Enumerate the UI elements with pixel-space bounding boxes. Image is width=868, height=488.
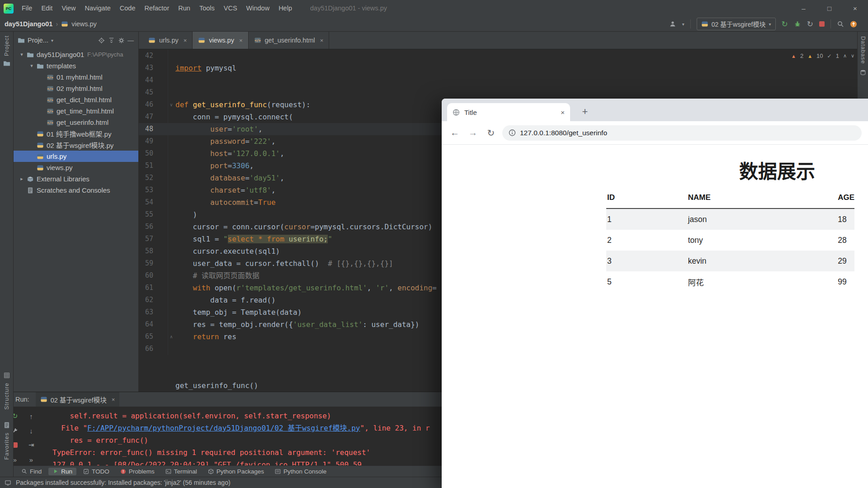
tree-item-02-wsgiref-py[interactable]: 02 基于wsgiref模块.py [13, 139, 138, 151]
tool-window-switcher-icon[interactable] [4, 479, 11, 486]
editor-tab-get-userinfo-html[interactable]: </>get_userinfo.html× [249, 32, 330, 49]
browser-tab[interactable]: Title × [447, 103, 570, 121]
menu-navigate[interactable]: Navigate [80, 5, 115, 12]
chevron-down-icon: ▾ [769, 22, 771, 27]
project-strip-label: Project [4, 35, 10, 56]
close-tab-icon[interactable]: × [320, 37, 324, 44]
tree-item-views-py[interactable]: views.py [13, 162, 138, 173]
menu-edit[interactable]: Edit [37, 5, 57, 12]
tool-button-python-console[interactable]: Python Console [271, 468, 330, 475]
tree-item-02-myhtml-html[interactable]: </>02 myhtml.html [13, 83, 138, 94]
more-actions-icon[interactable]: » [26, 455, 36, 464]
editor-tab-bar: urls.py×views.py×</>get_userinfo.html× [138, 32, 868, 49]
run-config-label: 02 基于wsgiref模块 [712, 19, 766, 28]
close-button[interactable]: × [842, 0, 868, 17]
soft-wrap-icon[interactable]: ⇥ [26, 440, 36, 450]
new-tab-button[interactable]: + [577, 104, 593, 119]
project-view-title[interactable]: Proje... [28, 37, 48, 44]
tree-item-get-time-html-html[interactable]: </>get_time_html.html [13, 105, 138, 117]
code-text [175, 50, 175, 62]
tool-button-project[interactable]: Project [0, 35, 13, 67]
tool-button-structure[interactable]: Structure [0, 372, 13, 410]
tree-item-external-libraries[interactable]: ▸External Libraries [13, 173, 138, 185]
tree-item-urls-py[interactable]: urls.py [13, 151, 138, 162]
back-button[interactable]: ← [448, 128, 462, 138]
locate-file-icon[interactable] [98, 37, 105, 44]
code-line-45[interactable]: 45 [138, 86, 868, 99]
tree-item-get-dict-html-html[interactable]: </>get_dict_html.html [13, 94, 138, 105]
user-account-icon[interactable] [669, 20, 676, 28]
reload-button[interactable]: ↻ [484, 128, 498, 138]
debug-button[interactable] [794, 20, 801, 28]
menu-tools[interactable]: Tools [195, 5, 219, 12]
menu-view[interactable]: View [57, 5, 80, 12]
search-everywhere-icon[interactable] [837, 20, 844, 28]
ide-update-icon[interactable] [850, 20, 857, 28]
menu-file[interactable]: File [17, 5, 37, 12]
forward-button[interactable]: → [466, 128, 480, 138]
fold-marker-icon[interactable]: ∧ [168, 331, 175, 343]
menu-refactor[interactable]: Refactor [140, 5, 174, 12]
tool-button-run[interactable]: Run [48, 468, 76, 475]
menu-vcs[interactable]: VCS [219, 5, 242, 12]
tree-item-01-myhtml-html[interactable]: </>01 myhtml.html [13, 71, 138, 83]
tree-expand-icon[interactable]: ▾ [17, 52, 27, 57]
tree-item-day51django01[interactable]: ▾day51Django01F:\APP\pycha [13, 49, 138, 60]
tree-item-01-web-py[interactable]: 01 纯手撸web框架.py [13, 128, 138, 139]
tool-button-todo[interactable]: TODO [79, 468, 113, 475]
editor-tab-views-py[interactable]: views.py× [193, 32, 248, 49]
fold-gutter [168, 245, 175, 257]
breadcrumb-project[interactable]: day51Django01 [5, 20, 52, 28]
menu-help[interactable]: Help [274, 5, 297, 12]
tool-button-find[interactable]: Find [17, 468, 46, 475]
editor-tab-urls-py[interactable]: urls.py× [143, 32, 193, 49]
site-info-icon[interactable] [509, 129, 516, 137]
tree-expand-icon[interactable]: ▸ [17, 176, 27, 182]
line-number: 45 [138, 86, 168, 99]
tool-button-python-packages[interactable]: Python Packages [204, 468, 268, 475]
code-line-42[interactable]: 42 [138, 50, 868, 62]
menu-window[interactable]: Window [242, 5, 274, 12]
tool-button-problems[interactable]: Problems [116, 468, 159, 475]
stack-trace-link[interactable]: F:/APP/pycharm/pythonProject/day51Django… [87, 424, 360, 432]
close-tab-icon[interactable]: × [184, 37, 187, 44]
code-line-44[interactable]: 44 [138, 74, 868, 86]
code-text: conn = pymysql.connect( [175, 111, 293, 123]
close-tab-icon[interactable]: × [561, 109, 565, 116]
down-stack-trace-icon[interactable]: ↓ [26, 426, 36, 436]
rerun-button[interactable]: ↻ [782, 20, 788, 28]
tool-button-favorites[interactable]: Favorites [0, 422, 13, 460]
database-strip-label[interactable]: Database [860, 36, 866, 64]
close-tab-icon[interactable]: × [239, 37, 243, 44]
stop-button[interactable] [819, 21, 825, 27]
table-row: 5阿花99 [606, 271, 854, 292]
tree-item-templates[interactable]: ▾templates [13, 60, 138, 71]
minimize-button[interactable]: – [791, 0, 816, 17]
code-text: sql1 = "select * from userinfo;" [175, 233, 332, 245]
close-icon[interactable]: × [112, 396, 115, 403]
run-with-coverage-button[interactable]: ↻ [807, 20, 813, 28]
py-file-icon [37, 130, 44, 137]
tree-expand-icon[interactable]: ▾ [27, 63, 37, 69]
breadcrumb-file[interactable]: views.py [71, 20, 97, 28]
code-line-43[interactable]: 43import pymysql [138, 62, 868, 74]
tree-item-scratches-and-consoles[interactable]: Scratches and Consoles [13, 185, 138, 196]
py-file-icon [198, 37, 205, 44]
table-header-row: IDNAMEAGE [606, 187, 854, 208]
maximize-button[interactable]: □ [816, 0, 842, 17]
collapse-all-icon[interactable] [108, 37, 115, 44]
gear-icon[interactable] [118, 37, 125, 44]
fold-marker-icon[interactable]: ∨ [168, 99, 175, 111]
right-tool-strip: Database [857, 32, 868, 99]
up-stack-trace-icon[interactable]: ↑ [26, 411, 36, 421]
menu-run[interactable]: Run [174, 5, 195, 12]
run-config-select[interactable]: 02 基于wsgiref模块 ▾ [697, 18, 776, 30]
menu-code[interactable]: Code [115, 5, 140, 12]
line-number: 60 [138, 270, 168, 282]
tree-item-get-userinfo-html[interactable]: </>get_userinfo.html [13, 117, 138, 128]
hide-panel-button[interactable]: — [127, 37, 134, 43]
run-tab[interactable]: 02 基于wsgiref模块 × [36, 392, 120, 407]
editor-tab-label: get_userinfo.html [265, 37, 315, 44]
tool-button-terminal[interactable]: Terminal [161, 468, 201, 475]
address-bar[interactable]: 127.0.0.1:8080/get_userinfo [502, 125, 862, 141]
